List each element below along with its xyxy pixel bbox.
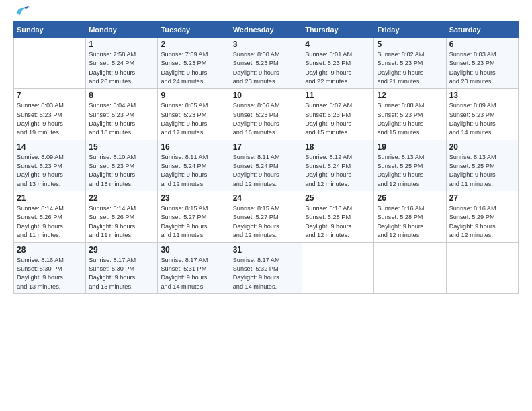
calendar-cell: 8Sunrise: 8:04 AM Sunset: 5:23 PM Daylig… bbox=[86, 89, 158, 140]
weekday-header: Monday bbox=[86, 22, 158, 38]
day-number: 12 bbox=[377, 91, 443, 100]
day-number: 8 bbox=[89, 91, 154, 100]
day-number: 31 bbox=[233, 245, 299, 255]
day-number: 21 bbox=[17, 193, 83, 203]
day-info: Sunrise: 8:14 AM Sunset: 5:26 PM Dayligh… bbox=[17, 204, 83, 240]
day-info: Sunrise: 8:06 AM Sunset: 5:23 PM Dayligh… bbox=[233, 101, 299, 137]
day-info: Sunrise: 8:10 AM Sunset: 5:23 PM Dayligh… bbox=[89, 153, 154, 189]
day-number: 14 bbox=[17, 142, 83, 152]
day-number: 1 bbox=[89, 40, 154, 49]
calendar-cell: 5Sunrise: 8:02 AM Sunset: 5:23 PM Daylig… bbox=[374, 38, 446, 89]
day-info: Sunrise: 8:13 AM Sunset: 5:25 PM Dayligh… bbox=[377, 153, 443, 189]
page: SundayMondayTuesdayWednesdayThursdayFrid… bbox=[0, 0, 532, 411]
day-info: Sunrise: 8:09 AM Sunset: 5:23 PM Dayligh… bbox=[17, 153, 83, 189]
day-number: 26 bbox=[377, 193, 443, 203]
calendar-cell: 3Sunrise: 8:00 AM Sunset: 5:23 PM Daylig… bbox=[230, 38, 302, 89]
calendar-cell: 2Sunrise: 7:59 AM Sunset: 5:23 PM Daylig… bbox=[158, 38, 230, 89]
calendar-cell: 22Sunrise: 8:14 AM Sunset: 5:26 PM Dayli… bbox=[86, 191, 158, 242]
day-number: 9 bbox=[161, 91, 226, 100]
day-info: Sunrise: 8:03 AM Sunset: 5:23 PM Dayligh… bbox=[17, 101, 83, 137]
calendar-cell bbox=[302, 242, 374, 293]
day-number: 19 bbox=[377, 142, 443, 152]
calendar-cell: 24Sunrise: 8:15 AM Sunset: 5:27 PM Dayli… bbox=[230, 191, 302, 242]
calendar-cell: 9Sunrise: 8:05 AM Sunset: 5:23 PM Daylig… bbox=[158, 89, 230, 140]
calendar-cell bbox=[14, 38, 86, 89]
calendar-cell: 1Sunrise: 7:58 AM Sunset: 5:24 PM Daylig… bbox=[86, 38, 158, 89]
day-info: Sunrise: 8:02 AM Sunset: 5:23 PM Dayligh… bbox=[377, 50, 443, 86]
day-info: Sunrise: 8:07 AM Sunset: 5:23 PM Dayligh… bbox=[305, 101, 371, 137]
calendar-cell: 28Sunrise: 8:16 AM Sunset: 5:30 PM Dayli… bbox=[14, 242, 86, 293]
day-info: Sunrise: 8:16 AM Sunset: 5:28 PM Dayligh… bbox=[305, 204, 371, 240]
day-info: Sunrise: 8:15 AM Sunset: 5:27 PM Dayligh… bbox=[233, 204, 299, 240]
calendar-cell: 29Sunrise: 8:17 AM Sunset: 5:30 PM Dayli… bbox=[86, 242, 158, 293]
calendar-cell bbox=[374, 242, 446, 293]
calendar-week-row: 7Sunrise: 8:03 AM Sunset: 5:23 PM Daylig… bbox=[14, 89, 519, 140]
day-number: 7 bbox=[17, 91, 83, 100]
day-info: Sunrise: 8:14 AM Sunset: 5:26 PM Dayligh… bbox=[89, 204, 154, 240]
calendar-cell: 6Sunrise: 8:03 AM Sunset: 5:23 PM Daylig… bbox=[446, 38, 518, 89]
day-info: Sunrise: 8:08 AM Sunset: 5:23 PM Dayligh… bbox=[377, 101, 443, 137]
day-number: 2 bbox=[161, 40, 226, 49]
calendar-cell bbox=[446, 242, 518, 293]
logo bbox=[13, 12, 30, 16]
day-info: Sunrise: 7:59 AM Sunset: 5:23 PM Dayligh… bbox=[161, 50, 226, 86]
calendar-week-row: 1Sunrise: 7:58 AM Sunset: 5:24 PM Daylig… bbox=[14, 38, 519, 89]
day-number: 23 bbox=[161, 193, 226, 203]
day-number: 16 bbox=[161, 142, 226, 152]
day-number: 18 bbox=[305, 142, 371, 152]
calendar-cell: 16Sunrise: 8:11 AM Sunset: 5:24 PM Dayli… bbox=[158, 140, 230, 191]
day-number: 22 bbox=[89, 193, 154, 203]
calendar-cell: 30Sunrise: 8:17 AM Sunset: 5:31 PM Dayli… bbox=[158, 242, 230, 293]
weekday-header: Thursday bbox=[302, 22, 374, 38]
calendar-week-row: 14Sunrise: 8:09 AM Sunset: 5:23 PM Dayli… bbox=[14, 140, 519, 191]
day-number: 4 bbox=[305, 40, 371, 49]
weekday-header: Tuesday bbox=[158, 22, 230, 38]
calendar-cell: 19Sunrise: 8:13 AM Sunset: 5:25 PM Dayli… bbox=[374, 140, 446, 191]
day-number: 11 bbox=[305, 91, 371, 100]
day-info: Sunrise: 8:01 AM Sunset: 5:23 PM Dayligh… bbox=[305, 50, 371, 86]
day-number: 27 bbox=[449, 193, 515, 203]
day-info: Sunrise: 8:11 AM Sunset: 5:24 PM Dayligh… bbox=[233, 153, 299, 189]
day-number: 15 bbox=[89, 142, 154, 152]
day-info: Sunrise: 8:13 AM Sunset: 5:25 PM Dayligh… bbox=[449, 153, 515, 189]
weekday-header: Wednesday bbox=[230, 22, 302, 38]
day-info: Sunrise: 8:17 AM Sunset: 5:31 PM Dayligh… bbox=[161, 256, 226, 291]
day-info: Sunrise: 8:03 AM Sunset: 5:23 PM Dayligh… bbox=[449, 50, 515, 86]
day-info: Sunrise: 8:16 AM Sunset: 5:30 PM Dayligh… bbox=[17, 256, 83, 291]
calendar-cell: 13Sunrise: 8:09 AM Sunset: 5:23 PM Dayli… bbox=[446, 89, 518, 140]
calendar-cell: 12Sunrise: 8:08 AM Sunset: 5:23 PM Dayli… bbox=[374, 89, 446, 140]
logo-bird-icon bbox=[15, 5, 30, 17]
day-number: 5 bbox=[377, 40, 443, 49]
day-number: 3 bbox=[233, 40, 299, 49]
weekday-header: Friday bbox=[374, 22, 446, 38]
day-info: Sunrise: 8:09 AM Sunset: 5:23 PM Dayligh… bbox=[449, 101, 515, 137]
day-info: Sunrise: 8:11 AM Sunset: 5:24 PM Dayligh… bbox=[161, 153, 226, 189]
day-number: 29 bbox=[89, 245, 154, 255]
calendar-table: SundayMondayTuesdayWednesdayThursdayFrid… bbox=[13, 21, 519, 294]
day-info: Sunrise: 8:00 AM Sunset: 5:23 PM Dayligh… bbox=[233, 50, 299, 86]
calendar-week-row: 28Sunrise: 8:16 AM Sunset: 5:30 PM Dayli… bbox=[14, 242, 519, 293]
day-info: Sunrise: 7:58 AM Sunset: 5:24 PM Dayligh… bbox=[89, 50, 154, 86]
calendar-header-row: SundayMondayTuesdayWednesdayThursdayFrid… bbox=[14, 22, 519, 38]
day-info: Sunrise: 8:15 AM Sunset: 5:27 PM Dayligh… bbox=[161, 204, 226, 240]
day-number: 24 bbox=[233, 193, 299, 203]
calendar-cell: 26Sunrise: 8:16 AM Sunset: 5:28 PM Dayli… bbox=[374, 191, 446, 242]
day-number: 10 bbox=[233, 91, 299, 100]
calendar-cell: 18Sunrise: 8:12 AM Sunset: 5:24 PM Dayli… bbox=[302, 140, 374, 191]
day-number: 13 bbox=[449, 91, 515, 100]
weekday-header: Saturday bbox=[446, 22, 518, 38]
calendar-week-row: 21Sunrise: 8:14 AM Sunset: 5:26 PM Dayli… bbox=[14, 191, 519, 242]
day-info: Sunrise: 8:12 AM Sunset: 5:24 PM Dayligh… bbox=[305, 153, 371, 189]
calendar-cell: 11Sunrise: 8:07 AM Sunset: 5:23 PM Dayli… bbox=[302, 89, 374, 140]
day-info: Sunrise: 8:16 AM Sunset: 5:29 PM Dayligh… bbox=[449, 204, 515, 240]
day-info: Sunrise: 8:17 AM Sunset: 5:30 PM Dayligh… bbox=[89, 256, 154, 291]
calendar-cell: 14Sunrise: 8:09 AM Sunset: 5:23 PM Dayli… bbox=[14, 140, 86, 191]
day-info: Sunrise: 8:16 AM Sunset: 5:28 PM Dayligh… bbox=[377, 204, 443, 240]
weekday-header: Sunday bbox=[14, 22, 86, 38]
day-info: Sunrise: 8:17 AM Sunset: 5:32 PM Dayligh… bbox=[233, 256, 299, 291]
day-number: 17 bbox=[233, 142, 299, 152]
calendar-cell: 31Sunrise: 8:17 AM Sunset: 5:32 PM Dayli… bbox=[230, 242, 302, 293]
calendar-cell: 23Sunrise: 8:15 AM Sunset: 5:27 PM Dayli… bbox=[158, 191, 230, 242]
calendar-cell: 21Sunrise: 8:14 AM Sunset: 5:26 PM Dayli… bbox=[14, 191, 86, 242]
day-number: 25 bbox=[305, 193, 371, 203]
